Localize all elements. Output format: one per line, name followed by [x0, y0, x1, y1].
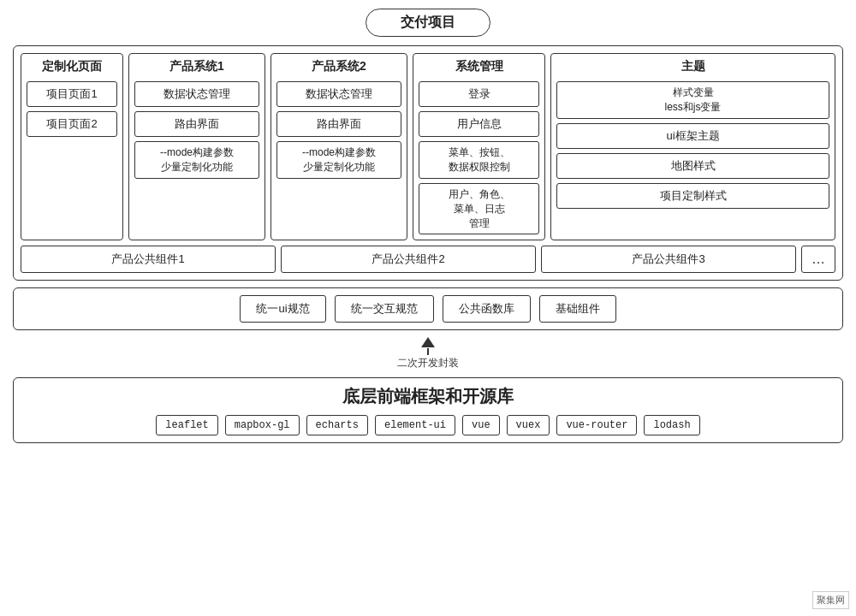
- bottom-components-row: 产品公共组件1 产品公共组件2 产品公共组件3 …: [21, 246, 835, 273]
- product2-item-0: 数据状态管理: [276, 81, 401, 107]
- lib-lodash: lodash: [644, 415, 699, 435]
- customized-item-0: 项目页面1: [27, 81, 117, 107]
- sysmanage-item-2: 菜单、按钮、 数据权限控制: [419, 141, 539, 179]
- lib-vue: vue: [462, 415, 500, 435]
- lib-echarts: echarts: [306, 415, 368, 435]
- base-title: 底层前端框架和开源库: [24, 385, 832, 408]
- sysmanage-item-3: 用户、角色、 菜单、日志 管理: [419, 183, 539, 234]
- lib-element-ui: element-ui: [375, 415, 455, 435]
- theme-item-0: 样式变量 less和js变量: [556, 81, 829, 119]
- col-product1-title: 产品系统1: [134, 59, 259, 77]
- base-box: 底层前端框架和开源库 leaflet mapbox-gl echarts ele…: [13, 377, 843, 443]
- page-wrapper: 交付项目 定制化页面 项目页面1 项目页面2 产品系统1 数据状态管理 路由界面…: [0, 0, 856, 616]
- arrow-section: 二次开发封装: [397, 337, 459, 370]
- arrow-up-icon: [421, 337, 435, 347]
- lib-leaflet: leaflet: [156, 415, 217, 435]
- arrow-line: [427, 348, 429, 355]
- base-libs-row: leaflet mapbox-gl echarts element-ui vue…: [24, 415, 832, 435]
- product1-item-1: 路由界面: [134, 111, 259, 137]
- theme-item-1: ui框架主题: [556, 123, 829, 149]
- arrow-label: 二次开发封装: [397, 356, 459, 370]
- watermark: 聚集网: [812, 591, 849, 609]
- bottom-comp-1: 产品公共组件2: [281, 246, 536, 273]
- sysmanage-item-0: 登录: [419, 81, 539, 107]
- product1-item-2: --mode构建参数 少量定制化功能: [134, 141, 259, 179]
- product2-item-2: --mode构建参数 少量定制化功能: [276, 141, 401, 179]
- col-product2: 产品系统2 数据状态管理 路由界面 --mode构建参数 少量定制化功能: [270, 53, 407, 240]
- lib-vue-router: vue-router: [556, 415, 637, 435]
- product1-item-0: 数据状态管理: [134, 81, 259, 107]
- bottom-comp-0: 产品公共组件1: [21, 246, 276, 273]
- col-product1: 产品系统1 数据状态管理 路由界面 --mode构建参数 少量定制化功能: [128, 53, 265, 240]
- col-customized-title: 定制化页面: [27, 59, 117, 77]
- columns-row: 定制化页面 项目页面1 项目页面2 产品系统1 数据状态管理 路由界面 --mo…: [21, 53, 835, 240]
- top-title: 交付项目: [366, 9, 490, 37]
- middle-layer-box: 统一ui规范 统一交互规范 公共函数库 基础组件: [13, 287, 843, 330]
- lib-vuex: vuex: [507, 415, 550, 435]
- theme-item-2: 地图样式: [556, 153, 829, 179]
- col-sysmanage: 系统管理 登录 用户信息 菜单、按钮、 数据权限控制 用户、角色、 菜单、日志 …: [413, 53, 545, 240]
- product2-item-1: 路由界面: [276, 111, 401, 137]
- col-theme-title: 主题: [556, 59, 829, 77]
- col-sysmanage-title: 系统管理: [419, 59, 539, 77]
- col-product2-title: 产品系统2: [276, 59, 401, 77]
- bottom-comp-2: 产品公共组件3: [541, 246, 796, 273]
- theme-item-3: 项目定制样式: [556, 183, 829, 209]
- middle-item-0: 统一ui规范: [240, 295, 325, 323]
- sysmanage-item-1: 用户信息: [419, 111, 539, 137]
- col-customized: 定制化页面 项目页面1 项目页面2: [21, 53, 123, 240]
- middle-item-1: 统一交互规范: [335, 295, 434, 323]
- customized-item-1: 项目页面2: [27, 111, 117, 137]
- lib-mapbox-gl: mapbox-gl: [225, 415, 300, 435]
- delivery-box: 定制化页面 项目页面1 项目页面2 产品系统1 数据状态管理 路由界面 --mo…: [13, 45, 843, 281]
- middle-item-2: 公共函数库: [443, 295, 531, 323]
- col-theme: 主题 样式变量 less和js变量 ui框架主题 地图样式 项目定制样式: [550, 53, 835, 240]
- middle-item-3: 基础组件: [539, 295, 616, 323]
- bottom-comp-3: …: [801, 246, 835, 273]
